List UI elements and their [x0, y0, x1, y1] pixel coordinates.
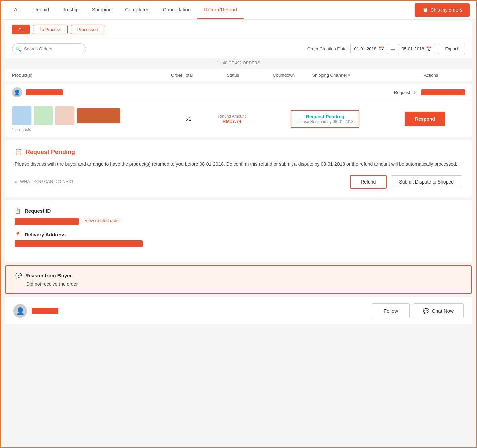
- filter-to-process-button[interactable]: To Process: [33, 25, 67, 34]
- tab-return-refund[interactable]: Return/Refund: [197, 1, 244, 19]
- order-count: 1 - 40 OF 492 ORDERS: [5, 58, 472, 67]
- delivery-address-title: 📍 Delivery Address: [15, 232, 462, 238]
- actions-col: Respond: [385, 112, 465, 126]
- tab-shipping[interactable]: Shipping: [85, 1, 118, 19]
- request-id-section: 📋 Request ID View related order: [15, 208, 462, 225]
- date-separator: —: [391, 46, 395, 52]
- product-imgs-row: [12, 106, 178, 125]
- product-image-orange: [77, 108, 120, 123]
- table-header: Product(s) Order Total Status Countdown …: [5, 69, 472, 81]
- filter-processed-button[interactable]: Processed: [71, 25, 104, 34]
- address-value-bar: [15, 240, 143, 247]
- tab-cancellation[interactable]: Cancellation: [156, 1, 198, 19]
- refund-button[interactable]: Refund: [350, 175, 387, 189]
- reason-panel: 💬 Reason from Buyer Did not receive the …: [5, 265, 472, 294]
- calendar-to-icon: 📅: [426, 46, 432, 52]
- request-pending-panel: 📋 Request Pending Please discuss with th…: [5, 140, 472, 197]
- date-label: Order Creation Date:: [307, 46, 348, 51]
- product-images-col: 1 products: [12, 106, 178, 132]
- submit-dispute-button[interactable]: Submit Dispute to Shopee: [391, 175, 462, 188]
- order-card: 👤 Request ID 1 products: [5, 84, 472, 137]
- ship-icon: 📋: [422, 7, 428, 13]
- date-from-input[interactable]: 01-01-2018 📅: [350, 44, 388, 54]
- pin-icon: 📍: [15, 232, 21, 238]
- search-input[interactable]: [12, 43, 86, 54]
- chevrons-icon: »: [15, 179, 18, 185]
- order-row: 1 products x1 Refund Amount RM17.74 Requ…: [5, 101, 472, 137]
- search-input-wrap: 🔍: [12, 43, 86, 54]
- export-button[interactable]: Export: [438, 44, 465, 54]
- request-id-label: Request ID: [394, 90, 416, 95]
- request-icon: 📋: [15, 148, 22, 156]
- details-panel: 📋 Request ID View related order 📍 Delive…: [5, 200, 472, 262]
- refund-col: Refund Amount RM17.74: [199, 114, 265, 124]
- filter-bar: All To Process Processed: [5, 20, 472, 39]
- bottom-avatar: 👤: [13, 304, 27, 318]
- status-sub: Please Respond by 08-01-2018: [297, 119, 354, 124]
- chat-icon: 💬: [423, 308, 429, 314]
- header-countdown: Countdown: [255, 73, 312, 78]
- order-card-header: 👤 Request ID: [5, 84, 472, 101]
- follow-button[interactable]: Follow: [372, 303, 410, 318]
- request-id-icon: 📋: [15, 208, 21, 214]
- status-title: Request Pending: [297, 114, 354, 119]
- panel-actions: » WHAT YOU CAN DO NEXT Refund Submit Dis…: [15, 175, 462, 189]
- header-product: Product(s): [12, 73, 154, 78]
- product-count: 1 products: [12, 127, 178, 132]
- date-to-input[interactable]: 05-01-2018 📅: [398, 44, 436, 54]
- panel-title: 📋 Request Pending: [15, 148, 462, 156]
- search-bar: 🔍 Order Creation Date: 01-01-2018 📅 — 05…: [5, 39, 472, 58]
- tab-unpaid[interactable]: Unpaid: [27, 1, 56, 19]
- tab-all[interactable]: All: [7, 1, 27, 19]
- reason-icon: 💬: [15, 273, 22, 279]
- header-status: Status: [210, 73, 255, 78]
- reason-title: 💬 Reason from Buyer: [15, 273, 462, 279]
- panel-body: Please discuss with the buyer and arrang…: [15, 160, 462, 168]
- chevron-down-icon: ▾: [348, 73, 350, 78]
- product-thumbnail-1: [12, 106, 32, 125]
- status-col: Request Pending Please Respond by 08-01-…: [265, 110, 385, 128]
- search-icon: 🔍: [15, 46, 21, 52]
- request-id-section-title: 📋 Request ID: [15, 208, 462, 214]
- person-icon: 👤: [14, 89, 21, 96]
- refund-label: Refund Amount: [199, 114, 265, 119]
- refund-amount: RM17.74: [199, 119, 265, 124]
- tab-completed[interactable]: Completed: [118, 1, 156, 19]
- header-total: Order Total: [154, 73, 210, 78]
- header-actions: Actions: [397, 73, 465, 78]
- qty-label: x1: [178, 116, 198, 122]
- date-section: Order Creation Date: 01-01-2018 📅 — 05-0…: [307, 44, 465, 54]
- ship-my-orders-button[interactable]: 📋 Ship my orders: [415, 3, 470, 17]
- chat-now-button[interactable]: 💬 Chat Now: [413, 303, 464, 318]
- delivery-address-section: 📍 Delivery Address: [15, 232, 462, 247]
- bottom-card: 👤 Follow 💬 Chat Now: [5, 297, 472, 324]
- product-thumbnail-2: [34, 106, 53, 125]
- bottom-actions: Follow 💬 Chat Now: [372, 303, 464, 318]
- request-id-bar: [421, 89, 465, 95]
- tab-to-ship[interactable]: To ship: [56, 1, 85, 19]
- product-thumbnail-3: [55, 106, 75, 125]
- bottom-person-icon: 👤: [16, 307, 25, 315]
- nav-tabs: All Unpaid To ship Shipping Completed Ca…: [7, 1, 415, 19]
- request-id-value-bar: [15, 218, 79, 225]
- view-related-order-link[interactable]: View related order: [85, 218, 120, 223]
- header-shipping[interactable]: Shipping Channel ▾: [312, 73, 397, 78]
- respond-button[interactable]: Respond: [405, 112, 445, 126]
- what-you-can-do-next: » WHAT YOU CAN DO NEXT: [15, 179, 74, 185]
- status-box: Request Pending Please Respond by 08-01-…: [291, 110, 360, 128]
- filter-all-button[interactable]: All: [12, 25, 30, 34]
- top-navigation: All Unpaid To ship Shipping Completed Ca…: [1, 1, 476, 20]
- calendar-from-icon: 📅: [379, 46, 384, 52]
- reason-body: Did not receive the order: [26, 281, 462, 287]
- seller-name-bar: [26, 89, 63, 95]
- bottom-name-bar: [32, 308, 58, 314]
- avatar: 👤: [12, 87, 22, 97]
